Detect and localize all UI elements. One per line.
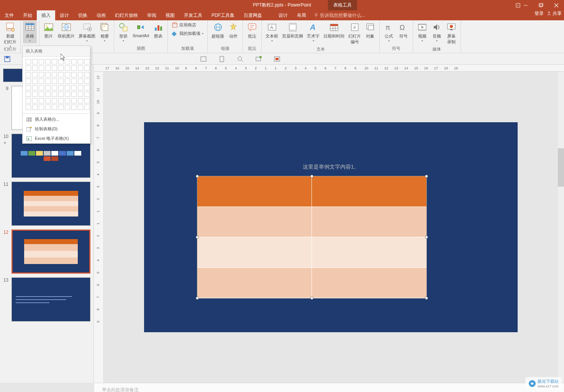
smartart-button[interactable]: SmartArt — [131, 21, 151, 39]
action-button[interactable]: 动作 — [226, 21, 240, 40]
grid-cell[interactable] — [26, 92, 31, 97]
app-store-button[interactable]: 应用商店 — [170, 21, 205, 29]
share-button[interactable]: 共享 — [547, 10, 562, 17]
grid-cell[interactable] — [26, 72, 31, 77]
grid-cell[interactable] — [52, 79, 57, 84]
selection-handle[interactable] — [310, 175, 313, 178]
grid-cell[interactable] — [26, 98, 31, 103]
grid-cell[interactable] — [78, 105, 83, 110]
context-tab-layout[interactable]: 布局 — [292, 10, 311, 20]
grid-cell[interactable] — [58, 98, 64, 103]
object-button[interactable]: 对象 — [363, 21, 377, 40]
tab-baidu[interactable]: 百度网盘 — [239, 10, 267, 20]
selection-handle[interactable] — [310, 297, 313, 300]
grid-cell[interactable] — [65, 72, 70, 77]
grid-cell[interactable] — [32, 92, 38, 97]
thumbnail-12[interactable]: 12 — [3, 230, 90, 274]
new-slide-button[interactable]: 新建 幻灯片 ▾ — [2, 21, 18, 49]
tab-transitions[interactable]: 切换 — [74, 10, 92, 20]
tab-home[interactable]: 开始 — [18, 10, 37, 20]
grid-cell[interactable] — [84, 105, 90, 110]
save-icon[interactable] — [4, 56, 11, 62]
online-picture-button[interactable]: 联机图片 — [56, 21, 76, 40]
grid-cell[interactable] — [52, 72, 57, 77]
tab-animations[interactable]: 动画 — [92, 10, 110, 20]
tab-file[interactable]: 文件 — [0, 10, 18, 20]
context-tab-design[interactable]: 设计 — [274, 10, 292, 20]
slide-canvas[interactable]: 这里是举例文字内容1。 — [144, 122, 518, 332]
selection-handle[interactable] — [425, 175, 428, 178]
grid-cell[interactable] — [45, 98, 51, 103]
grid-cell[interactable] — [65, 66, 70, 71]
grid-cell[interactable] — [58, 59, 64, 64]
grid-cell[interactable] — [39, 92, 44, 97]
grid-cell[interactable] — [84, 72, 90, 77]
grid-cell[interactable] — [26, 85, 31, 90]
horizontal-ruler[interactable]: 1716151413121110987654321123456789101112… — [94, 65, 564, 72]
excel-spreadsheet[interactable]: X Excel 电子表格(X) — [23, 134, 90, 143]
grid-cell[interactable] — [78, 59, 83, 64]
grid-cell[interactable] — [65, 92, 70, 97]
hyperlink-button[interactable]: 超链接 — [210, 21, 226, 40]
grid-cell[interactable] — [45, 85, 51, 90]
maximize-button[interactable] — [533, 0, 549, 10]
grid-cell[interactable] — [65, 105, 70, 110]
grid-cell[interactable] — [52, 105, 57, 110]
grid-cell[interactable] — [32, 66, 38, 71]
grid-cell[interactable] — [78, 79, 83, 84]
thumbnail-13[interactable]: 13 — [3, 277, 90, 321]
grid-cell[interactable] — [84, 98, 90, 103]
chart-button[interactable]: 图表 — [151, 21, 165, 40]
close-button[interactable] — [549, 0, 564, 10]
qa-tool-4[interactable] — [255, 56, 262, 62]
tab-view[interactable]: 视图 — [161, 10, 179, 20]
grid-cell[interactable] — [39, 66, 44, 71]
grid-cell[interactable] — [65, 98, 70, 103]
grid-cell[interactable] — [78, 85, 83, 90]
grid-cell[interactable] — [39, 105, 44, 110]
grid-cell[interactable] — [52, 85, 57, 90]
grid-cell[interactable] — [84, 66, 90, 71]
grid-cell[interactable] — [52, 59, 57, 64]
qa-tool-5[interactable] — [274, 56, 280, 62]
tab-insert[interactable]: 插入 — [37, 10, 55, 20]
selection-handle[interactable] — [196, 236, 199, 239]
wordart-button[interactable]: A 艺术字 ▾ — [305, 21, 321, 43]
grid-cell[interactable] — [39, 72, 44, 77]
comment-button[interactable]: 批注 — [245, 21, 259, 40]
slide-number-button[interactable]: # 幻灯片 编号 — [347, 21, 362, 46]
picture-button[interactable]: 图片 — [42, 21, 56, 40]
my-addins-button[interactable]: 我的加载项 ▾ — [170, 30, 205, 37]
grid-cell[interactable] — [45, 59, 51, 64]
audio-button[interactable]: 音频 ▾ — [430, 21, 444, 43]
grid-cell[interactable] — [26, 66, 31, 71]
grid-cell[interactable] — [78, 98, 83, 103]
slide-table-object[interactable] — [197, 176, 427, 299]
grid-cell[interactable] — [26, 105, 31, 110]
grid-cell[interactable] — [84, 92, 90, 97]
grid-cell[interactable] — [45, 79, 51, 84]
thumbnail-11[interactable]: 11 — [3, 182, 90, 226]
selection-handle[interactable] — [196, 297, 199, 300]
tab-design[interactable]: 设计 — [55, 10, 74, 20]
selection-handle[interactable] — [425, 297, 428, 300]
table-size-grid[interactable] — [23, 57, 90, 113]
grid-cell[interactable] — [78, 72, 83, 77]
selection-handle[interactable] — [425, 236, 428, 239]
qa-tool-1[interactable] — [200, 56, 207, 62]
draw-table[interactable]: 绘制表格(D) — [23, 124, 90, 134]
vertical-scrollbar[interactable] — [558, 72, 564, 383]
grid-cell[interactable] — [39, 85, 44, 90]
grid-cell[interactable] — [32, 98, 38, 103]
grid-cell[interactable] — [32, 85, 38, 90]
qa-tool-3[interactable] — [237, 56, 244, 62]
equation-button[interactable]: π 公式 ▾ — [382, 21, 396, 43]
date-time-button[interactable]: 日期和时间 — [322, 21, 346, 40]
slide-title-text[interactable]: 这里是举例文字内容1。 — [303, 164, 359, 171]
grid-cell[interactable] — [32, 105, 38, 110]
tab-slideshow[interactable]: 幻灯片放映 — [110, 10, 143, 20]
grid-cell[interactable] — [71, 59, 77, 64]
grid-cell[interactable] — [58, 72, 64, 77]
screen-recording-button[interactable]: 屏幕 录制 — [444, 21, 458, 46]
grid-cell[interactable] — [71, 66, 77, 71]
